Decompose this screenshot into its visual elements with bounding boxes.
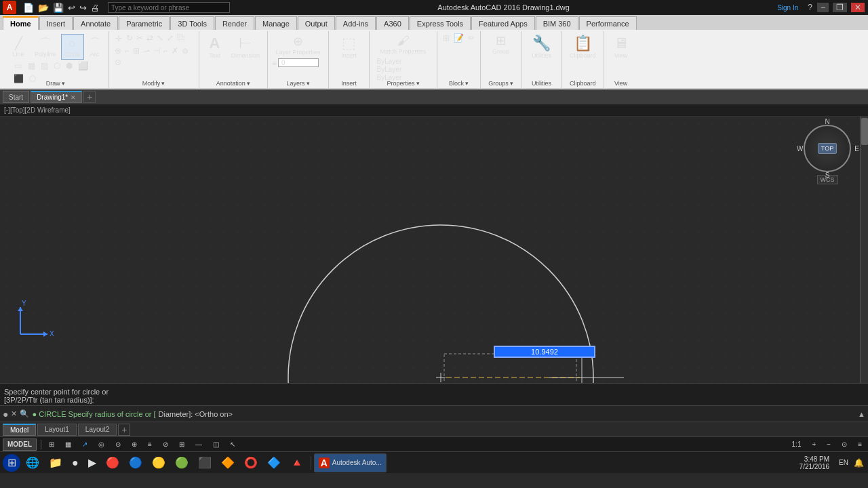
wipeout-icon[interactable]: ⬜ [76,60,90,71]
circle-button[interactable]: ○ Circle [61,34,84,60]
gradient-icon[interactable]: ▨ [39,60,50,71]
close-tab-icon[interactable]: ✕ [71,94,76,101]
tab-addins[interactable]: Add-ins [336,16,376,30]
tab-insert[interactable]: Insert [39,16,73,30]
layer-name[interactable]: 0 [278,58,319,67]
new-icon[interactable]: 📄 [22,3,35,13]
extend-icon[interactable]: ⇀ [142,45,151,56]
app-logo[interactable]: A [3,1,16,14]
layer-properties-button[interactable]: ⊕ Layer Properties [273,33,324,57]
compass-ring[interactable]: TOP [804,125,851,172]
region-icon[interactable]: ⬢ [64,60,75,71]
tab-render[interactable]: Render [215,16,254,30]
plot-icon[interactable]: 🖨 [90,3,101,13]
close-button[interactable]: ✕ [851,3,865,12]
open-icon[interactable]: 📂 [37,3,50,13]
ducs-button[interactable]: ⊘ [159,439,172,451]
add-layout-button[interactable]: + [118,424,130,436]
media-button[interactable]: ▶ [84,453,100,472]
modify-expand-icon[interactable]: ▾ [161,80,165,87]
mirror-icon[interactable]: ⇄ [145,33,155,45]
ie-button[interactable]: 🌐 [22,453,43,472]
break-icon[interactable]: ⊣ [152,45,161,56]
tab-home[interactable]: Home [3,16,39,30]
tab-parametric[interactable]: Parametric [119,16,170,30]
restore-button[interactable]: ❐ [833,3,847,12]
fillet-icon[interactable]: ⌐ [123,45,131,56]
undo-icon[interactable]: ↩ [66,3,77,13]
layout-tab-layout2[interactable]: Layout2 [78,424,117,436]
rectangle-icon[interactable]: ▭ [12,60,24,72]
app5-button[interactable]: ⬛ [194,453,216,472]
define-attrib-icon[interactable]: 📝 [452,33,465,43]
app9-button[interactable]: 🔺 [286,453,308,472]
app7-button[interactable]: ⭕ [240,453,262,472]
sign-in-button[interactable]: Sign In [777,4,798,12]
utilities-button[interactable]: 🔧 Utilities [528,33,555,61]
tab-featuredapps[interactable]: Featured Apps [471,16,535,30]
edit-attrib-icon[interactable]: ✏ [467,33,476,43]
clipboard-button[interactable]: 📋 Clipboard [566,33,599,61]
app3-button[interactable]: 🟡 [148,453,170,472]
start-button[interactable]: ⊞ [3,454,20,472]
tab-3dtools[interactable]: 3D Tools [170,16,214,30]
explode-icon[interactable]: ⊚ [180,45,190,56]
cmd-search-icon[interactable]: 🔍 [20,409,29,418]
radius-input-box[interactable] [494,346,595,358]
trim-icon[interactable]: ✂ [135,33,144,45]
ortho-button[interactable]: ↗ [79,439,91,451]
steering-wheels-button[interactable]: ⊙ [838,439,850,451]
tab-a360[interactable]: A360 [376,16,409,30]
view-button[interactable]: 🖥 View [610,33,632,61]
radius-input-field[interactable] [494,346,595,358]
boundary-icon[interactable]: ⬡ [52,60,62,71]
stretch-icon[interactable]: ⤢ [165,33,175,45]
language-button[interactable]: EN [836,459,851,466]
osnap-button[interactable]: ⊙ [112,439,124,451]
draw-expand-icon[interactable]: ▾ [62,80,65,87]
minimize-button[interactable]: − [817,3,829,12]
erase-icon[interactable]: ✗ [170,45,180,56]
polar-button[interactable]: ◎ [95,439,108,451]
doc-tab-drawing1[interactable]: Drawing1* ✕ [31,91,82,103]
search-input[interactable] [108,2,230,13]
offset-icon[interactable]: ⊜ [113,45,123,56]
otrack-button[interactable]: ≡ [144,439,155,451]
hatch-icon[interactable]: ▦ [26,60,37,71]
properties-expand-icon[interactable]: ▾ [416,80,420,87]
layer-dropdown-icon[interactable]: ≡ [273,59,277,67]
app2-button[interactable]: 🔵 [125,453,146,472]
tab-annotate[interactable]: Annotate [73,16,118,30]
tab-manage[interactable]: Manage [255,16,297,30]
cmd-up-icon[interactable]: ▲ [858,410,865,418]
app6-button[interactable]: 🔶 [217,453,239,472]
tab-bim360[interactable]: BIM 360 [536,16,578,30]
annotation-expand-icon[interactable]: ▾ [247,80,250,87]
navsbar-button[interactable]: ≡ [854,439,865,451]
snap-button[interactable]: ▦ [62,439,75,451]
tab-output[interactable]: Output [298,16,335,30]
vertical-scrollbar[interactable] [860,117,868,383]
select-button[interactable]: ↖ [226,439,239,451]
grid-button[interactable]: ⊞ [45,439,58,451]
vscroll-thumb[interactable] [861,118,868,145]
rotate-icon[interactable]: ↻ [125,33,134,45]
layers-expand-icon[interactable]: ▾ [307,80,310,87]
chrome-button[interactable]: ● [68,453,83,472]
model-button[interactable]: MODEL [3,439,37,451]
lweight-button[interactable]: — [192,439,205,451]
layout-tab-layout1[interactable]: Layout1 [37,424,77,436]
zoom-in-button[interactable]: + [808,439,819,451]
app8-button[interactable]: 🔷 [263,453,285,472]
revision-icon[interactable]: ⬛ [12,73,26,84]
move-icon[interactable]: ✛ [113,33,124,45]
arc-button[interactable]: ⌒ Arc [85,34,104,60]
text-button[interactable]: A Text [203,33,226,61]
cmd-close-icon[interactable]: ✕ [11,409,17,418]
layout-tab-model[interactable]: Model [3,424,36,436]
tab-expresstools[interactable]: Express Tools [410,16,471,30]
array-icon[interactable]: ⊞ [132,45,141,56]
redo-icon[interactable]: ↪ [78,3,88,13]
transparency-button[interactable]: ◫ [210,439,222,451]
notification-icon[interactable]: 🔔 [852,458,865,468]
